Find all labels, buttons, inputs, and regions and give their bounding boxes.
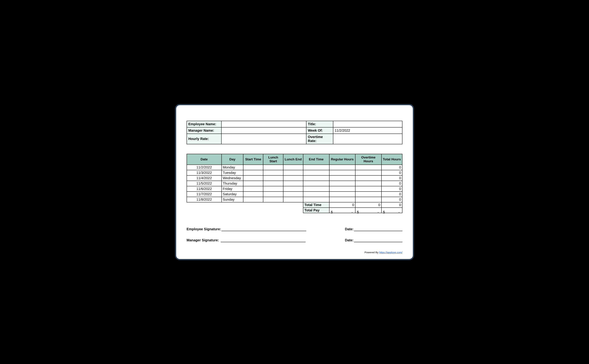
footer-link[interactable]: https://apploye.com/	[379, 251, 402, 254]
title-value[interactable]	[333, 121, 402, 127]
cell-day: Tuesday	[221, 170, 243, 176]
powered-by-text: Powered By	[364, 251, 379, 254]
cell-end-time[interactable]	[303, 170, 329, 176]
cell-regular-hours[interactable]	[329, 197, 355, 202]
cell-overtime-hours[interactable]	[355, 165, 381, 170]
header-total-hours: Total Hours	[382, 154, 402, 165]
info-row: Manager Name: Week Of: 11/2/2022	[187, 127, 402, 134]
cell-overtime-hours[interactable]	[355, 176, 381, 181]
cell-lunch-start[interactable]	[263, 186, 283, 192]
employee-date-line[interactable]	[354, 227, 402, 231]
dollar-sign: $	[383, 210, 385, 214]
cell-lunch-start[interactable]	[263, 176, 283, 181]
dollar-sign: $	[357, 210, 359, 214]
cell-day: Sunday	[221, 197, 243, 202]
header-overtime-hours: Overtime Hours	[355, 154, 381, 165]
cell-overtime-hours[interactable]	[355, 186, 381, 192]
cell-regular-hours[interactable]	[329, 176, 355, 181]
table-row: 11/2/2022Monday0	[187, 165, 402, 170]
cell-start-time[interactable]	[243, 165, 263, 170]
total-pay-label: Total Pay	[303, 208, 329, 213]
cell-date: 11/2/2022	[187, 165, 221, 170]
cell-lunch-start[interactable]	[263, 181, 283, 186]
employee-name-value[interactable]	[221, 121, 306, 127]
table-row: 11/6/2022Friday0	[187, 186, 402, 192]
info-row: Hourly Rate: Overtime Rate:	[187, 134, 402, 144]
header-end-time: End Time	[303, 154, 329, 165]
cell-overtime-hours[interactable]	[355, 181, 381, 186]
cell-lunch-start[interactable]	[263, 170, 283, 176]
cell-start-time[interactable]	[243, 192, 263, 197]
hourly-rate-value[interactable]	[221, 134, 306, 144]
cell-lunch-start[interactable]	[263, 165, 283, 170]
total-pay-overtime: $ -	[355, 208, 381, 213]
total-time-label: Total Time	[303, 202, 329, 208]
cell-regular-hours[interactable]	[329, 186, 355, 192]
cell-start-time[interactable]	[243, 170, 263, 176]
cell-overtime-hours[interactable]	[355, 192, 381, 197]
cell-lunch-end[interactable]	[283, 165, 303, 170]
table-row: 11/3/2022Tuesday0	[187, 170, 402, 176]
cell-regular-hours[interactable]	[329, 170, 355, 176]
cell-lunch-end[interactable]	[283, 170, 303, 176]
cell-day: Thursday	[221, 181, 243, 186]
cell-lunch-end[interactable]	[283, 181, 303, 186]
footer: Powered By https://apploye.com/	[187, 251, 402, 254]
cell-lunch-end[interactable]	[283, 192, 303, 197]
cell-date: 11/7/2022	[187, 192, 221, 197]
header-regular-hours: Regular Hours	[329, 154, 355, 165]
manager-signature-line[interactable]	[221, 238, 306, 242]
cell-lunch-end[interactable]	[283, 176, 303, 181]
cell-total-hours: 0	[382, 186, 402, 192]
dash: -	[398, 210, 400, 214]
manager-signature-label: Manager Signature:	[187, 238, 219, 242]
cell-start-time[interactable]	[243, 197, 263, 202]
employee-signature-line[interactable]	[221, 227, 306, 231]
manager-date-label: Date:	[345, 238, 354, 242]
cell-end-time[interactable]	[303, 197, 329, 202]
employee-signature-row: Employee Signature: Date:	[187, 227, 402, 231]
employee-name-label: Employee Name:	[187, 121, 221, 127]
cell-end-time[interactable]	[303, 165, 329, 170]
cell-lunch-start[interactable]	[263, 197, 283, 202]
cell-end-time[interactable]	[303, 181, 329, 186]
cell-lunch-end[interactable]	[283, 197, 303, 202]
dash: -	[351, 210, 353, 214]
total-time-row: Total Time 0 0 0	[187, 202, 402, 208]
cell-regular-hours[interactable]	[329, 165, 355, 170]
week-of-value[interactable]: 11/2/2022	[333, 127, 402, 134]
cell-start-time[interactable]	[243, 181, 263, 186]
cell-end-time[interactable]	[303, 192, 329, 197]
cell-start-time[interactable]	[243, 186, 263, 192]
manager-name-value[interactable]	[221, 127, 306, 134]
manager-date-line[interactable]	[354, 238, 402, 242]
cell-regular-hours[interactable]	[329, 181, 355, 186]
cell-lunch-end[interactable]	[283, 186, 303, 192]
header-start-time: Start Time	[243, 154, 263, 165]
total-time-total: 0	[382, 202, 402, 208]
total-pay-total: $ -	[382, 208, 402, 213]
employee-signature-label: Employee Signature:	[187, 227, 221, 231]
overtime-rate-label: Overtime Rate:	[306, 134, 333, 144]
info-row: Employee Name: Title:	[187, 121, 402, 127]
cell-lunch-start[interactable]	[263, 192, 283, 197]
info-table: Employee Name: Title: Manager Name: Week…	[187, 121, 402, 144]
cell-regular-hours[interactable]	[329, 192, 355, 197]
total-time-overtime: 0	[355, 202, 381, 208]
cell-end-time[interactable]	[303, 176, 329, 181]
dash: -	[378, 210, 379, 214]
cell-end-time[interactable]	[303, 186, 329, 192]
manager-signature-row: Manager Signature: Date:	[187, 238, 402, 242]
overtime-rate-value[interactable]	[333, 134, 402, 144]
cell-date: 11/4/2022	[187, 176, 221, 181]
header-day: Day	[221, 154, 243, 165]
cell-total-hours: 0	[382, 165, 402, 170]
total-pay-regular: $ -	[329, 208, 355, 213]
cell-overtime-hours[interactable]	[355, 197, 381, 202]
header-lunch-start: Lunch Start	[263, 154, 283, 165]
cell-overtime-hours[interactable]	[355, 170, 381, 176]
manager-name-label: Manager Name:	[187, 127, 221, 134]
cell-total-hours: 0	[382, 170, 402, 176]
cell-start-time[interactable]	[243, 176, 263, 181]
total-time-regular: 0	[329, 202, 355, 208]
